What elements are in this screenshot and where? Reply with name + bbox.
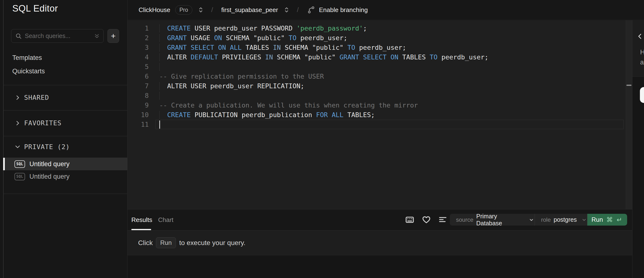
favorite-button[interactable] xyxy=(421,214,432,225)
line-number: 11 xyxy=(128,120,149,129)
code-line[interactable]: 7 ALTER USER peerdb_user REPLICATION; xyxy=(128,81,626,91)
tab-results[interactable]: Results xyxy=(131,209,152,230)
scrollbar-marker xyxy=(626,85,632,86)
line-number: 3 xyxy=(128,43,149,52)
results-panel: Results Chart xyxy=(128,209,632,278)
sidebar: SQL Editor + Templates Quickstarts SHARE… xyxy=(4,0,128,278)
code-line[interactable]: 11 xyxy=(128,120,626,129)
top-bar: ClickHouse Pro / first_supabase_peer / E… xyxy=(128,0,644,20)
search-box[interactable] xyxy=(11,29,104,43)
divider xyxy=(4,194,127,194)
code-text: ALTER DEFAULT PRIVILEGES IN SCHEMA "publ… xyxy=(159,52,488,62)
sql-file-icon: SQL xyxy=(14,160,25,168)
page-title: SQL Editor xyxy=(12,3,58,14)
plan-badge[interactable]: Pro xyxy=(175,5,192,15)
cmd-enter-shortcut: ⌘ ↵ xyxy=(606,216,623,224)
align-left-icon xyxy=(438,215,448,224)
section-header-favorites[interactable]: FAVORITES xyxy=(4,110,127,136)
section-header-shared[interactable]: SHARED xyxy=(4,85,127,110)
tab-label: Chart xyxy=(158,216,174,224)
indent-guide xyxy=(159,63,160,71)
code-line[interactable]: 6-- Give replication permission to the U… xyxy=(128,72,626,81)
line-number: 10 xyxy=(128,110,149,120)
query-list-item[interactable]: SQLUntitled query xyxy=(4,158,127,170)
chevron-right-icon xyxy=(14,95,21,101)
active-line-highlight xyxy=(156,120,624,129)
run-label: Run xyxy=(592,216,603,223)
enable-branching-label: Enable branching xyxy=(319,6,368,14)
query-list-item[interactable]: SQLUntitled query xyxy=(4,170,127,183)
code-lines: 1 CREATE USER peerdb_user PASSWORD 'peer… xyxy=(128,23,626,129)
code-line[interactable]: 8 xyxy=(128,91,626,101)
results-message-area: Click Run to execute your query. xyxy=(128,231,632,255)
chevron-down-icon xyxy=(14,143,21,150)
line-number: 4 xyxy=(128,52,149,62)
results-tab-bar: Results Chart xyxy=(128,209,632,230)
right-rail-text: a xyxy=(640,59,644,66)
collapse-panel-icon[interactable] xyxy=(636,33,644,40)
code-line[interactable]: 2 GRANT USAGE ON SCHEMA "public" TO peer… xyxy=(128,33,626,43)
source-selector[interactable]: source Primary Database xyxy=(450,214,535,226)
section-label: SHARED xyxy=(24,94,49,101)
code-text: CREATE PUBLICATION peerdb_publication FO… xyxy=(159,110,375,120)
section-header-private[interactable]: PRIVATE (2) xyxy=(4,136,127,157)
right-rail-lower xyxy=(632,77,644,278)
line-number: 2 xyxy=(128,33,149,43)
double-chevron-down-icon xyxy=(94,33,100,39)
breadcrumb-service: ClickHouse xyxy=(138,6,170,14)
search-input[interactable] xyxy=(25,32,94,39)
code-line[interactable]: 1 CREATE USER peerdb_user PASSWORD 'peer… xyxy=(128,23,626,33)
role-selector[interactable]: role postgres xyxy=(535,214,587,226)
line-number: 6 xyxy=(128,72,149,81)
sql-editor-app: SQL Editor + Templates Quickstarts SHARE… xyxy=(0,0,644,278)
run-kbd-hint[interactable]: Run xyxy=(156,237,176,248)
chevron-up-down-icon[interactable] xyxy=(197,6,204,13)
chevron-right-icon xyxy=(14,120,21,126)
indent-guide xyxy=(159,92,160,100)
enable-branching-button[interactable]: Enable branching xyxy=(307,5,368,14)
sql-file-icon: SQL xyxy=(14,173,25,180)
right-rail-panel: H a xyxy=(632,20,644,278)
run-button[interactable]: Run ⌘ ↵ xyxy=(587,214,627,226)
sidebar-item-templates[interactable]: Templates xyxy=(4,53,127,63)
query-title: Untitled query xyxy=(30,160,70,168)
source-label: source xyxy=(456,216,473,223)
section-label: FAVORITES xyxy=(24,119,62,127)
breadcrumb: ClickHouse Pro / first_supabase_peer / E… xyxy=(138,5,368,15)
code-line[interactable]: 5 xyxy=(128,62,626,72)
right-rail-button[interactable] xyxy=(640,87,644,103)
code-line[interactable]: 10 CREATE PUBLICATION peerdb_publication… xyxy=(128,110,626,120)
tab-chart[interactable]: Chart xyxy=(158,209,174,230)
line-number: 5 xyxy=(128,62,149,72)
line-number: 7 xyxy=(128,81,149,91)
plus-icon: + xyxy=(111,31,116,41)
right-rail-text: H xyxy=(640,49,644,56)
nav-label: Quickstarts xyxy=(12,68,45,75)
code-line[interactable]: 9-- Create a publication. We will use th… xyxy=(128,101,626,110)
breadcrumb-query-name[interactable]: first_supabase_peer xyxy=(221,6,278,14)
tab-label: Results xyxy=(131,216,152,224)
code-text: GRANT USAGE ON SCHEMA "public" TO peerdb… xyxy=(159,33,347,43)
code-text: ALTER USER peerdb_user REPLICATION; xyxy=(159,81,304,91)
new-query-button[interactable]: + xyxy=(108,29,119,43)
code-text: GRANT SELECT ON ALL TABLES IN SCHEMA "pu… xyxy=(159,43,406,52)
code-text: -- Create a publication. We will use thi… xyxy=(159,101,418,110)
keyboard-shortcuts-button[interactable] xyxy=(404,214,415,225)
code-line[interactable]: 4 ALTER DEFAULT PRIVILEGES IN SCHEMA "pu… xyxy=(128,52,626,62)
editor-scrollbar[interactable] xyxy=(626,20,632,209)
chevron-up-down-icon[interactable] xyxy=(283,6,290,13)
search-icon xyxy=(15,33,22,39)
message-suffix: to execute your query. xyxy=(179,239,245,247)
format-query-button[interactable] xyxy=(438,214,448,225)
git-branch-icon xyxy=(307,5,316,14)
code-editor[interactable]: 1 CREATE USER peerdb_user PASSWORD 'peer… xyxy=(128,20,626,209)
nav-label: Templates xyxy=(12,54,42,62)
sidebar-item-quickstarts[interactable]: Quickstarts xyxy=(4,66,127,76)
line-number: 1 xyxy=(128,23,149,33)
code-line[interactable]: 3 GRANT SELECT ON ALL TABLES IN SCHEMA "… xyxy=(128,43,626,52)
chevron-down-icon xyxy=(581,217,587,223)
breadcrumb-separator: / xyxy=(209,6,215,14)
chevron-down-icon xyxy=(528,217,534,223)
role-value: postgres xyxy=(554,216,577,223)
run-controls-group: source Primary Database role postgres Ru… xyxy=(450,214,627,226)
